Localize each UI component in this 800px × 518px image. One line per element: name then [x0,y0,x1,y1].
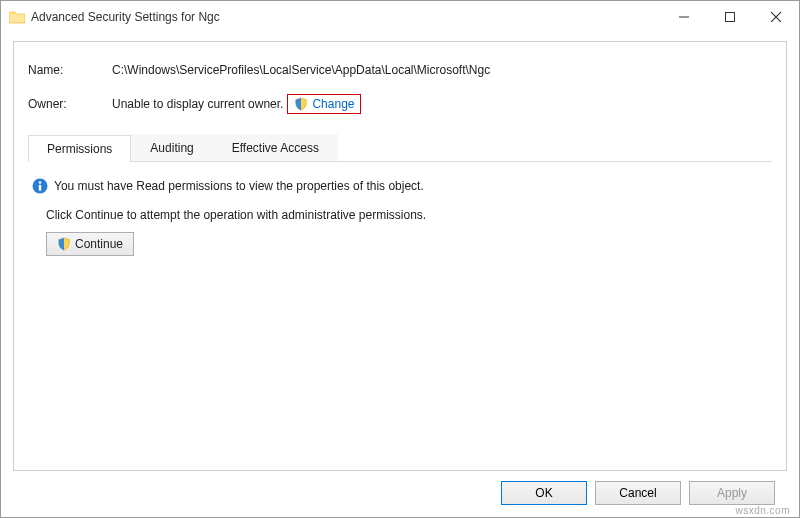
svg-rect-1 [726,13,735,22]
close-button[interactable] [753,1,799,33]
window-controls [661,1,799,33]
maximize-button[interactable] [707,1,753,33]
security-settings-window: Advanced Security Settings for Ngc Name:… [0,0,800,518]
owner-label: Owner: [28,97,112,111]
info-icon [32,178,48,194]
close-icon [771,12,781,22]
dialog-footer: OK Cancel Apply [13,471,787,517]
tab-content: You must have Read permissions to view t… [28,162,772,460]
info-text: You must have Read permissions to view t… [54,179,424,193]
owner-value: Unable to display current owner. [112,97,283,111]
change-owner-link[interactable]: Change [287,94,361,114]
window-title: Advanced Security Settings for Ngc [31,10,661,24]
name-value: C:\Windows\ServiceProfiles\LocalService\… [112,63,490,77]
continue-button-label: Continue [75,237,123,251]
cancel-button[interactable]: Cancel [595,481,681,505]
minimize-button[interactable] [661,1,707,33]
minimize-icon [679,12,689,22]
ok-button[interactable]: OK [501,481,587,505]
svg-rect-6 [39,185,41,191]
shield-icon [57,237,71,251]
name-row: Name: C:\Windows\ServiceProfiles\LocalSe… [28,58,772,82]
owner-row: Owner: Unable to display current owner. … [28,92,772,116]
apply-button[interactable]: Apply [689,481,775,505]
svg-point-5 [39,181,42,184]
name-label: Name: [28,63,112,77]
titlebar: Advanced Security Settings for Ngc [1,1,799,33]
tab-bar: Permissions Auditing Effective Access [28,134,772,162]
main-panel: Name: C:\Windows\ServiceProfiles\LocalSe… [13,41,787,471]
shield-icon [294,97,308,111]
folder-icon [9,10,25,24]
content-outer: Name: C:\Windows\ServiceProfiles\LocalSe… [1,33,799,517]
continue-instruction: Click Continue to attempt the operation … [46,208,768,222]
change-owner-label: Change [312,97,354,111]
tab-auditing[interactable]: Auditing [131,134,212,161]
maximize-icon [725,12,735,22]
info-message: You must have Read permissions to view t… [32,178,768,194]
watermark: wsxdn.com [735,505,790,516]
continue-button[interactable]: Continue [46,232,134,256]
tab-permissions[interactable]: Permissions [28,135,131,162]
tab-effective-access[interactable]: Effective Access [213,134,338,161]
